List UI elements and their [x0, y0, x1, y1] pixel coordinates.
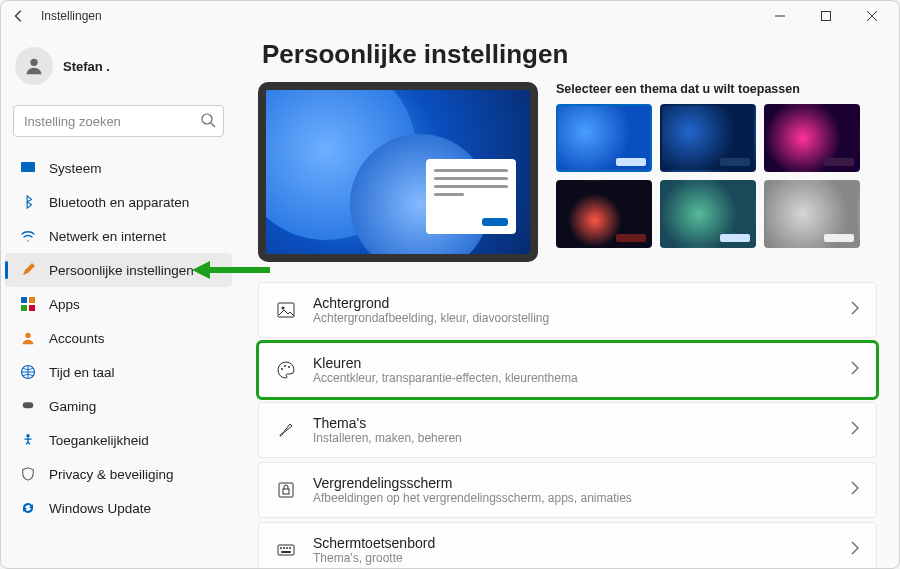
svg-point-18 — [281, 368, 283, 370]
user-profile[interactable]: Stefan . — [5, 41, 232, 91]
setting-title: Kleuren — [313, 355, 834, 371]
maximize-button[interactable] — [803, 1, 849, 31]
sidebar-item-accessibility[interactable]: Toegankelijkheid — [5, 423, 232, 457]
search-input[interactable] — [13, 105, 224, 137]
svg-rect-23 — [278, 545, 294, 555]
titlebar: Instellingen — [1, 1, 899, 31]
lockscreen-icon — [275, 479, 297, 501]
sidebar-item-bluetooth[interactable]: Bluetooth en apparaten — [5, 185, 232, 219]
accessibility-icon — [19, 431, 37, 449]
search-container — [13, 105, 224, 137]
theme-option-4[interactable] — [556, 180, 652, 248]
setting-title: Schermtoetsenbord — [313, 535, 834, 551]
svg-line-6 — [211, 123, 215, 127]
theme-option-6[interactable] — [764, 180, 860, 248]
sidebar-item-label: Apps — [49, 297, 80, 312]
sidebar-item-label: Privacy & beveiliging — [49, 467, 174, 482]
setting-title: Thema's — [313, 415, 834, 431]
svg-point-20 — [288, 366, 290, 368]
setting-colors[interactable]: KleurenAccentkleur, transparantie-effect… — [258, 342, 877, 398]
svg-rect-16 — [278, 303, 294, 317]
bluetooth-icon — [19, 193, 37, 211]
sidebar-item-accounts[interactable]: Accounts — [5, 321, 232, 355]
palette-icon — [275, 359, 297, 381]
svg-point-19 — [284, 365, 286, 367]
sidebar-item-network[interactable]: Netwerk en internet — [5, 219, 232, 253]
sidebar-item-label: Bluetooth en apparaten — [49, 195, 189, 210]
sidebar-item-apps[interactable]: Apps — [5, 287, 232, 321]
sidebar-item-label: Windows Update — [49, 501, 151, 516]
setting-title: Achtergrond — [313, 295, 834, 311]
setting-subtitle: Accentkleur, transparantie-effecten, kle… — [313, 371, 834, 385]
sidebar-item-gaming[interactable]: Gaming — [5, 389, 232, 423]
sidebar-item-privacy[interactable]: Privacy & beveiliging — [5, 457, 232, 491]
nav: Systeem Bluetooth en apparaten Netwerk e… — [5, 151, 232, 525]
svg-point-15 — [26, 434, 30, 438]
themes-title: Selecteer een thema dat u wilt toepassen — [556, 82, 877, 96]
update-icon — [19, 499, 37, 517]
sidebar-item-label: Gaming — [49, 399, 96, 414]
svg-rect-7 — [21, 162, 35, 172]
theme-option-3[interactable] — [764, 104, 860, 172]
setting-subtitle: Thema's, grootte — [313, 551, 834, 565]
svg-rect-9 — [29, 297, 35, 303]
display-icon — [19, 159, 37, 177]
person-icon — [19, 329, 37, 347]
setting-themes[interactable]: Thema'sInstalleren, maken, beheren — [258, 402, 877, 458]
svg-rect-10 — [21, 305, 27, 311]
main-content: Persoonlijke instellingen Selecteer een … — [236, 31, 899, 568]
svg-point-5 — [202, 114, 212, 124]
chevron-right-icon — [850, 301, 860, 319]
svg-rect-8 — [21, 297, 27, 303]
sidebar-item-label: Netwerk en internet — [49, 229, 166, 244]
sidebar-item-label: Persoonlijke instellingen — [49, 263, 194, 278]
user-name: Stefan . — [63, 59, 110, 74]
theme-option-5[interactable] — [660, 180, 756, 248]
sidebar-item-label: Tijd en taal — [49, 365, 115, 380]
svg-point-4 — [30, 59, 37, 66]
paintbrush-icon — [19, 261, 37, 279]
setting-background[interactable]: AchtergrondAchtergrondafbeelding, kleur,… — [258, 282, 877, 338]
sidebar-item-system[interactable]: Systeem — [5, 151, 232, 185]
sidebar-item-update[interactable]: Windows Update — [5, 491, 232, 525]
setting-subtitle: Installeren, maken, beheren — [313, 431, 834, 445]
shield-icon — [19, 465, 37, 483]
avatar — [15, 47, 53, 85]
minimize-button[interactable] — [757, 1, 803, 31]
page-title: Persoonlijke instellingen — [262, 39, 877, 70]
chevron-right-icon — [850, 541, 860, 559]
keyboard-icon — [275, 539, 297, 561]
sidebar: Stefan . Systeem Bluetooth en apparaten … — [1, 31, 236, 568]
apps-icon — [19, 295, 37, 313]
setting-subtitle: Afbeeldingen op het vergrendelingsscherm… — [313, 491, 834, 505]
svg-point-12 — [25, 333, 30, 338]
svg-rect-1 — [822, 12, 831, 21]
settings-window: Instellingen Stefan . Systeem — [0, 0, 900, 569]
chevron-right-icon — [850, 421, 860, 439]
setting-touch-keyboard[interactable]: SchermtoetsenbordThema's, grootte — [258, 522, 877, 568]
theme-option-1[interactable] — [556, 104, 652, 172]
sidebar-item-label: Systeem — [49, 161, 102, 176]
setting-lockscreen[interactable]: VergrendelingsschermAfbeeldingen op het … — [258, 462, 877, 518]
wifi-icon — [19, 227, 37, 245]
back-button[interactable] — [5, 9, 33, 23]
sidebar-item-personalization[interactable]: Persoonlijke instellingen — [5, 253, 232, 287]
image-icon — [275, 299, 297, 321]
chevron-right-icon — [850, 481, 860, 499]
chevron-right-icon — [850, 361, 860, 379]
setting-title: Vergrendelingsscherm — [313, 475, 834, 491]
sidebar-item-time[interactable]: Tijd en taal — [5, 355, 232, 389]
window-title: Instellingen — [41, 9, 102, 23]
desktop-preview — [258, 82, 538, 262]
globe-icon — [19, 363, 37, 381]
theme-option-2[interactable] — [660, 104, 756, 172]
svg-rect-14 — [23, 402, 34, 408]
themes-panel: Selecteer een thema dat u wilt toepassen — [556, 82, 877, 262]
svg-rect-22 — [283, 489, 289, 494]
svg-rect-11 — [29, 305, 35, 311]
settings-list: AchtergrondAchtergrondafbeelding, kleur,… — [258, 282, 877, 568]
svg-point-17 — [282, 307, 285, 310]
setting-subtitle: Achtergrondafbeelding, kleur, diavoorste… — [313, 311, 834, 325]
preview-row: Selecteer een thema dat u wilt toepassen — [258, 82, 877, 262]
close-button[interactable] — [849, 1, 895, 31]
